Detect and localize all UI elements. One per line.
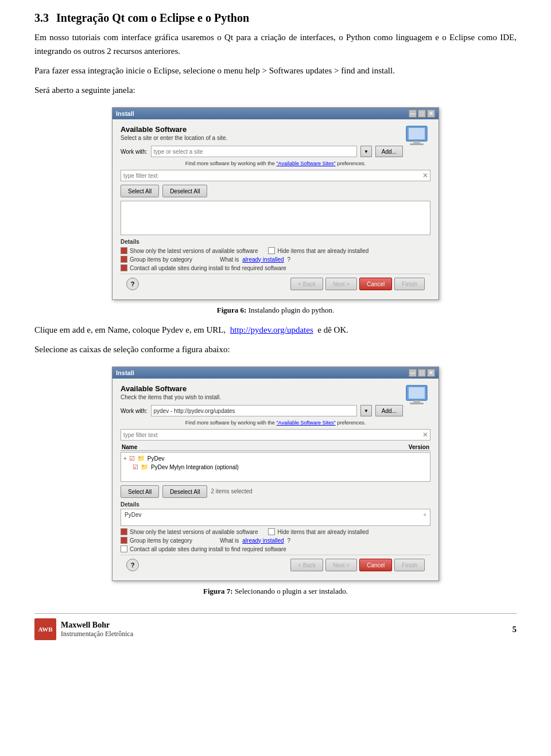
dialog2-filter-row: ✕ bbox=[121, 429, 430, 441]
monitor-icon-2 bbox=[403, 384, 430, 407]
dialog2-checkbox-text-2: Hide items that are already installed bbox=[277, 529, 368, 535]
deselect-all-button[interactable]: Deselect All bbox=[162, 185, 207, 197]
dialog2-next-button[interactable]: Next > bbox=[325, 559, 357, 571]
dialog2-help-button[interactable]: ? bbox=[126, 559, 139, 571]
d2-maximize-btn[interactable]: □ bbox=[418, 369, 426, 377]
cancel-button[interactable]: Cancel bbox=[359, 278, 392, 290]
svg-rect-2 bbox=[413, 141, 420, 143]
close-btn[interactable]: ✕ bbox=[427, 110, 435, 118]
dialog2-add-button[interactable]: Add... bbox=[375, 405, 403, 416]
paragraph-5: Selecione as caixas de seleção conforme … bbox=[34, 342, 517, 356]
details-section: Details bbox=[121, 239, 430, 245]
dialog2-deselect-all-button[interactable]: Deselect All bbox=[162, 485, 207, 498]
back-button[interactable]: < Back bbox=[290, 278, 323, 290]
company-sub: Instrumentação Eletrônica bbox=[61, 630, 133, 638]
page-number: 5 bbox=[513, 625, 517, 634]
dialog2-available-software-sites-link[interactable]: "Available Software Sites" bbox=[276, 420, 335, 426]
find-more-text: Find more software by working with the "… bbox=[121, 161, 430, 166]
footer-btns: < Back Next > Cancel Finish bbox=[290, 278, 425, 290]
paragraph-3: Será aberto a seguinte janela: bbox=[34, 83, 517, 97]
filter-row: ✕ bbox=[121, 170, 430, 181]
figure2-label: Figura 7: bbox=[203, 587, 233, 595]
items-selected-text: 2 items selected bbox=[211, 485, 252, 498]
svg-rect-1 bbox=[409, 128, 425, 139]
available-software-sites-link[interactable]: "Available Software Sites" bbox=[276, 161, 335, 166]
next-button[interactable]: Next > bbox=[325, 278, 357, 290]
folder-icon-2: 📁 bbox=[141, 463, 149, 471]
help-button[interactable]: ? bbox=[126, 278, 139, 290]
footer-company: Maxwell Bohr Instrumentação Eletrônica bbox=[61, 621, 133, 638]
finish-button[interactable]: Finish bbox=[394, 278, 425, 290]
col-headers: Name Version bbox=[121, 444, 430, 451]
dialog2-checkbox-icon-4 bbox=[121, 545, 127, 552]
d2-close-btn[interactable]: ✕ bbox=[427, 369, 435, 377]
details-label: Details bbox=[121, 239, 430, 245]
section-number: 3.3 bbox=[34, 11, 49, 24]
svg-rect-3 bbox=[410, 143, 424, 145]
checkbox-icon-3 bbox=[121, 256, 127, 263]
dialog2-finish-button[interactable]: Finish bbox=[394, 559, 425, 571]
work-with-input[interactable] bbox=[151, 146, 357, 157]
dialog2-dropdown-btn[interactable]: ▼ bbox=[360, 405, 372, 416]
already-installed-link-1[interactable]: already installed bbox=[242, 256, 284, 263]
figure1-caption: Figura 6: Instalando plugin do python. bbox=[34, 306, 517, 315]
dialog2-find-more-text: Find more software by working with the "… bbox=[121, 420, 430, 426]
dialog2-back-button[interactable]: < Back bbox=[290, 559, 323, 571]
maximize-btn[interactable]: □ bbox=[418, 110, 426, 118]
filter-input[interactable] bbox=[121, 170, 430, 181]
checkbox-icon-1 bbox=[121, 247, 127, 254]
dialog2-checkbox-text-1: Show only the latest versions of availab… bbox=[130, 529, 258, 535]
select-btns: Select All Deselect All bbox=[121, 185, 430, 197]
tree-row-1[interactable]: + ☑ 📁 PyDev bbox=[123, 454, 428, 463]
checkbox-text-4: What is bbox=[220, 256, 239, 263]
dialog2-work-with-label: Work with: bbox=[121, 408, 148, 414]
checkbox-row-2: Group items by category What is already … bbox=[121, 256, 430, 263]
dialog2-cancel-button[interactable]: Cancel bbox=[359, 559, 392, 571]
dialog1-title: Install bbox=[116, 110, 134, 117]
dialog2-filter-icon: ✕ bbox=[422, 431, 428, 439]
company-name: Maxwell Bohr bbox=[61, 621, 133, 630]
pydev-url-link[interactable]: http://pydev.org/updates bbox=[230, 325, 313, 334]
dialog2-checkbox-text-4b: ? bbox=[288, 537, 291, 544]
dropdown-btn[interactable]: ▼ bbox=[360, 146, 372, 157]
select-all-button[interactable]: Select All bbox=[121, 185, 159, 197]
d2-minimize-btn[interactable]: — bbox=[409, 369, 417, 377]
dialog1-footer: ? < Back Next > Cancel Finish bbox=[121, 274, 430, 295]
svg-rect-7 bbox=[410, 403, 424, 404]
dialog2-checkbox-text-4: What is bbox=[220, 537, 239, 544]
dialog1-desc: Select a site or enter the location of a… bbox=[121, 135, 430, 141]
dialog2-titlebar-buttons: — □ ✕ bbox=[409, 369, 435, 377]
filter-icon: ✕ bbox=[422, 172, 428, 180]
minimize-btn[interactable]: — bbox=[409, 110, 417, 118]
checkbox-text-1: Show only the latest versions of availab… bbox=[130, 248, 258, 254]
dialog2-checkbox-icon-1 bbox=[121, 528, 127, 535]
dialog2-filter-input[interactable] bbox=[121, 429, 430, 441]
tree-item-2-label: PyDev Mylyn Integration (optional) bbox=[151, 464, 239, 470]
dialog1-subtitle: Available Software bbox=[121, 125, 430, 134]
dialog2: Install — □ ✕ Available Software Check t… bbox=[112, 367, 439, 581]
checkbox-icon-4 bbox=[121, 264, 127, 271]
already-installed-link-2[interactable]: already installed bbox=[242, 537, 284, 544]
figure2-caption: Figura 7: Selecionando o plugin a ser in… bbox=[34, 587, 517, 596]
paragraph-2: Para fazer essa integração inicie o Ecli… bbox=[34, 64, 517, 77]
para4-end: e dê OK. bbox=[315, 325, 348, 334]
check-icon-2: ☑ bbox=[133, 463, 138, 471]
work-with-row: Work with: ▼ Add... bbox=[121, 146, 403, 157]
dialog2-checkbox-row-1: Show only the latest versions of availab… bbox=[121, 528, 430, 535]
details-expand-icon: + bbox=[423, 512, 426, 518]
dialog2-footer-btns: < Back Next > Cancel Finish bbox=[290, 559, 425, 571]
logo-text: AWB bbox=[38, 626, 52, 633]
tree-row-2[interactable]: ☑ 📁 PyDev Mylyn Integration (optional) bbox=[123, 463, 428, 471]
dialog2-title: Install bbox=[116, 369, 134, 376]
dialog2-select-all-button[interactable]: Select All bbox=[121, 485, 159, 498]
dialog1-container: Install — □ ✕ Available Software Select … bbox=[34, 107, 517, 300]
dialog2-footer: ? < Back Next > Cancel Finish bbox=[121, 555, 430, 576]
figure2-text: Selecionando o plugin a ser instalado. bbox=[235, 587, 348, 595]
dialog2-work-with-input[interactable] bbox=[151, 405, 357, 416]
dialog2-details-value: PyDev bbox=[125, 512, 141, 518]
dialog2-details-section: Details PyDev + bbox=[121, 501, 430, 526]
dialog2-subtitle: Available Software bbox=[121, 384, 430, 393]
dialog2-checkbox-icon-2 bbox=[268, 528, 275, 535]
dialog2-container: Install — □ ✕ Available Software Check t… bbox=[34, 367, 517, 581]
add-button[interactable]: Add... bbox=[375, 146, 403, 157]
